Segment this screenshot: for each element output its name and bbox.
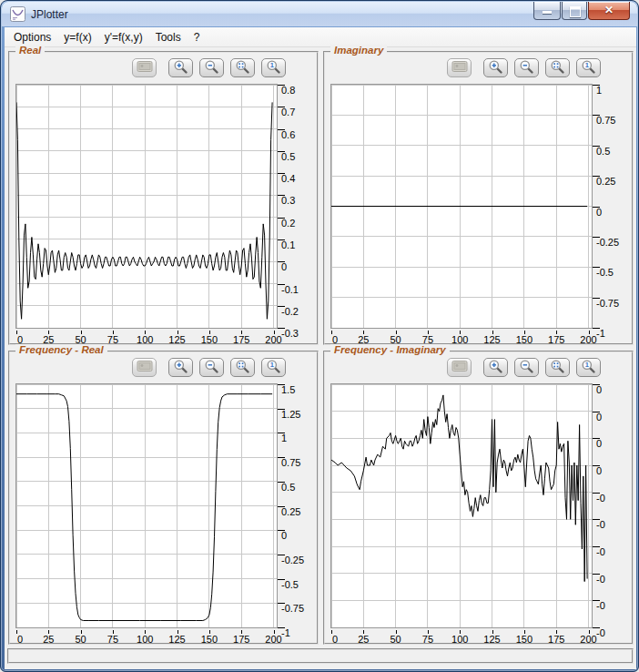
- plot-toolbar: 1: [447, 358, 601, 377]
- zoom-out-button[interactable]: [199, 358, 224, 377]
- menu-y-fx[interactable]: y=f(x): [57, 28, 97, 46]
- window-title: JPlotter: [31, 8, 68, 21]
- zoom-actual-size-button[interactable]: 1: [261, 358, 286, 377]
- zoom-region-icon: [550, 359, 565, 377]
- plot-toolbar: 1: [132, 358, 286, 377]
- zoom-in-button[interactable]: [483, 58, 508, 77]
- y-axis-labels: 1.51.2510.750.50.250-0.25-0.5-0.75-1: [278, 384, 318, 627]
- zoom-region-icon: [235, 59, 250, 77]
- y-axis-labels: 0.80.70.60.50.40.30.20.10-0.1-0.2-0.3: [278, 85, 318, 328]
- panel-frequency-imaginary: Frequency - Imaginary 1 0000-0-0-0-0-0-0…: [323, 351, 634, 645]
- zoom-out-button[interactable]: [514, 58, 539, 77]
- image-export-button[interactable]: [447, 58, 472, 77]
- zoom-region-button[interactable]: [545, 358, 570, 377]
- zoom-out-icon: [519, 359, 534, 377]
- zoom-actual-size-icon: 1: [581, 59, 596, 77]
- image-export-icon: [137, 360, 153, 375]
- menu-tools[interactable]: Tools: [149, 28, 188, 46]
- x-axis-labels: 0255075100125150175200: [331, 329, 592, 343]
- close-icon: ✕: [589, 4, 629, 16]
- plot-canvas-frequency-imaginary[interactable]: [330, 383, 593, 628]
- image-export-button[interactable]: [132, 358, 157, 377]
- zoom-region-button[interactable]: [230, 358, 255, 377]
- zoom-region-icon: [235, 359, 250, 377]
- zoom-in-button[interactable]: [168, 58, 193, 77]
- zoom-in-button[interactable]: [168, 358, 193, 377]
- zoom-out-icon: [519, 59, 534, 77]
- panel-title: Frequency - Imaginary: [330, 344, 450, 355]
- plot-toolbar: 1: [447, 58, 601, 77]
- panel-real: Real 1 0.80.70.60.50.40.30.20.10-0.1-0.2…: [8, 51, 319, 345]
- plot-toolbar: 1: [132, 58, 286, 77]
- zoom-region-icon: [550, 59, 565, 77]
- title-bar[interactable]: JPlotter ✕: [2, 2, 637, 26]
- app-icon[interactable]: [10, 6, 25, 22]
- zoom-in-button[interactable]: [483, 358, 508, 377]
- window-controls: ✕: [533, 2, 630, 20]
- image-export-icon: [451, 60, 468, 76]
- x-axis-labels: 0255075100125150175200: [16, 329, 277, 343]
- menu-bar: Options y=f(x) y'=f(x,y) Tools ?: [5, 27, 636, 47]
- plot-canvas-frequency-real[interactable]: [15, 383, 278, 628]
- zoom-out-icon: [204, 59, 219, 77]
- zoom-in-icon: [173, 59, 188, 77]
- zoom-in-icon: [488, 59, 503, 77]
- menu-yprime-fxy[interactable]: y'=f(x,y): [98, 28, 149, 46]
- maximize-button[interactable]: [562, 2, 587, 20]
- x-axis-labels: 0255075100125150175200: [331, 628, 592, 643]
- zoom-region-button[interactable]: [545, 58, 570, 77]
- client-area: Options y=f(x) y'=f(x,y) Tools ? Real 1 …: [5, 27, 636, 669]
- svg-text:1: 1: [270, 361, 274, 369]
- plot-canvas-imaginary[interactable]: [330, 84, 593, 329]
- minimize-icon: [543, 11, 552, 14]
- panel-title: Frequency - Real: [15, 344, 107, 355]
- zoom-out-icon: [204, 359, 219, 377]
- zoom-actual-size-icon: 1: [581, 359, 596, 377]
- panel-title: Real: [15, 45, 45, 56]
- status-bar: [7, 648, 634, 664]
- menu-options[interactable]: Options: [7, 28, 57, 46]
- panel-title: Imaginary: [330, 45, 387, 56]
- zoom-out-button[interactable]: [199, 58, 224, 77]
- y-axis-labels: 10.750.50.250-0.25-0.5-0.75-1: [593, 85, 633, 328]
- close-button[interactable]: ✕: [588, 2, 630, 20]
- minimize-button[interactable]: [533, 2, 561, 20]
- svg-text:1: 1: [585, 61, 589, 69]
- image-export-button[interactable]: [447, 358, 472, 377]
- svg-text:1: 1: [585, 361, 589, 369]
- panel-imaginary: Imaginary 1 10.750.50.250-0.25-0.5-0.75-…: [323, 51, 634, 345]
- menu-help[interactable]: ?: [188, 28, 207, 46]
- y-axis-labels: 0000-0-0-0-0-0-0: [593, 384, 633, 627]
- app-window: JPlotter ✕ Options y=f(x) y'=f(x,y) Tool…: [0, 0, 639, 672]
- zoom-actual-size-icon: 1: [266, 59, 281, 77]
- maximize-icon: [570, 6, 581, 17]
- svg-text:1: 1: [270, 61, 274, 69]
- image-export-icon: [451, 360, 468, 375]
- zoom-in-icon: [173, 359, 188, 377]
- zoom-actual-size-button[interactable]: 1: [261, 58, 286, 77]
- image-export-icon: [137, 60, 153, 76]
- zoom-actual-size-button[interactable]: 1: [576, 358, 601, 377]
- zoom-region-button[interactable]: [230, 58, 255, 77]
- x-axis-labels: 0255075100125150175200: [16, 628, 277, 643]
- zoom-actual-size-icon: 1: [266, 359, 281, 377]
- image-export-button[interactable]: [132, 58, 157, 77]
- zoom-actual-size-button[interactable]: 1: [576, 58, 601, 77]
- zoom-out-button[interactable]: [514, 358, 539, 377]
- plot-canvas-real[interactable]: [15, 84, 278, 329]
- panel-frequency-real: Frequency - Real 1 1.51.2510.750.50.250-…: [8, 351, 319, 645]
- zoom-in-icon: [488, 359, 503, 377]
